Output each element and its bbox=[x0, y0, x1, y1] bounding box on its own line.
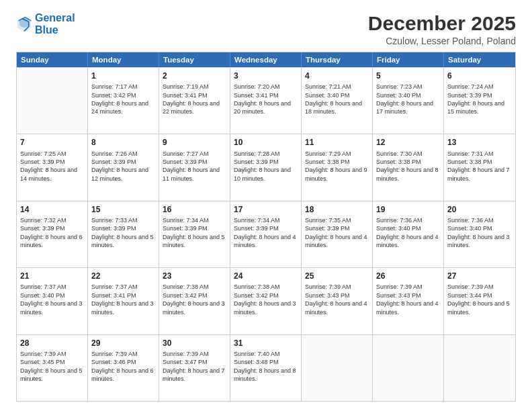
calendar: SundayMondayTuesdayWednesdayThursdayFrid… bbox=[16, 52, 516, 402]
cell-info: Sunrise: 7:19 AM Sunset: 3:41 PM Dayligh… bbox=[163, 83, 226, 116]
day-number: 29 bbox=[91, 338, 155, 349]
week-row-4: 28Sunrise: 7:39 AM Sunset: 3:45 PM Dayli… bbox=[17, 334, 515, 401]
cell-info: Sunrise: 7:38 AM Sunset: 3:42 PM Dayligh… bbox=[163, 283, 226, 316]
week-row-2: 14Sunrise: 7:32 AM Sunset: 3:39 PM Dayli… bbox=[17, 201, 515, 267]
cell-info: Sunrise: 7:39 AM Sunset: 3:43 PM Dayligh… bbox=[376, 283, 440, 316]
cal-cell: 10Sunrise: 7:28 AM Sunset: 3:39 PM Dayli… bbox=[230, 134, 302, 200]
header-cell-tuesday: Tuesday bbox=[159, 52, 230, 67]
cal-cell: 17Sunrise: 7:34 AM Sunset: 3:39 PM Dayli… bbox=[230, 201, 302, 267]
cal-cell: 4Sunrise: 7:21 AM Sunset: 3:40 PM Daylig… bbox=[302, 68, 373, 134]
page: General Blue December 2025 Czulow, Lesse… bbox=[0, 0, 532, 411]
day-number: 14 bbox=[20, 204, 84, 215]
cell-info: Sunrise: 7:30 AM Sunset: 3:38 PM Dayligh… bbox=[376, 150, 440, 183]
week-row-0: 1Sunrise: 7:17 AM Sunset: 3:42 PM Daylig… bbox=[17, 67, 515, 134]
cal-cell: 13Sunrise: 7:31 AM Sunset: 3:38 PM Dayli… bbox=[444, 134, 515, 200]
day-number: 23 bbox=[163, 271, 226, 281]
cal-cell: 27Sunrise: 7:39 AM Sunset: 3:44 PM Dayli… bbox=[444, 268, 515, 334]
day-number: 13 bbox=[447, 137, 512, 148]
cal-cell: 22Sunrise: 7:37 AM Sunset: 3:41 PM Dayli… bbox=[88, 268, 159, 334]
cal-cell: 14Sunrise: 7:32 AM Sunset: 3:39 PM Dayli… bbox=[17, 201, 88, 267]
week-row-1: 7Sunrise: 7:25 AM Sunset: 3:39 PM Daylig… bbox=[17, 134, 515, 200]
cell-info: Sunrise: 7:25 AM Sunset: 3:39 PM Dayligh… bbox=[20, 150, 84, 183]
cal-cell bbox=[373, 335, 444, 401]
cell-info: Sunrise: 7:32 AM Sunset: 3:39 PM Dayligh… bbox=[20, 216, 84, 250]
day-number: 26 bbox=[376, 271, 440, 281]
day-number: 12 bbox=[376, 137, 440, 148]
cell-info: Sunrise: 7:40 AM Sunset: 3:48 PM Dayligh… bbox=[234, 350, 298, 383]
cell-info: Sunrise: 7:34 AM Sunset: 3:39 PM Dayligh… bbox=[234, 216, 298, 250]
cal-cell: 25Sunrise: 7:39 AM Sunset: 3:43 PM Dayli… bbox=[302, 268, 373, 334]
day-number: 8 bbox=[91, 137, 155, 148]
cell-info: Sunrise: 7:39 AM Sunset: 3:45 PM Dayligh… bbox=[20, 350, 84, 383]
cal-cell: 3Sunrise: 7:20 AM Sunset: 3:41 PM Daylig… bbox=[230, 68, 302, 134]
cell-info: Sunrise: 7:20 AM Sunset: 3:41 PM Dayligh… bbox=[234, 83, 298, 116]
day-number: 9 bbox=[163, 137, 226, 148]
day-number: 18 bbox=[305, 204, 369, 215]
calendar-body: 1Sunrise: 7:17 AM Sunset: 3:42 PM Daylig… bbox=[17, 67, 515, 401]
day-number: 24 bbox=[234, 271, 298, 281]
day-number: 3 bbox=[234, 71, 298, 81]
day-number: 27 bbox=[447, 271, 512, 281]
day-number: 31 bbox=[234, 338, 298, 349]
cal-cell: 15Sunrise: 7:33 AM Sunset: 3:39 PM Dayli… bbox=[88, 201, 159, 267]
cal-cell: 29Sunrise: 7:39 AM Sunset: 3:46 PM Dayli… bbox=[88, 335, 159, 401]
header-cell-monday: Monday bbox=[88, 52, 159, 67]
cell-info: Sunrise: 7:37 AM Sunset: 3:40 PM Dayligh… bbox=[20, 283, 84, 316]
cell-info: Sunrise: 7:36 AM Sunset: 3:40 PM Dayligh… bbox=[376, 216, 440, 250]
day-number: 28 bbox=[20, 338, 84, 349]
cell-info: Sunrise: 7:27 AM Sunset: 3:39 PM Dayligh… bbox=[163, 150, 226, 183]
cal-cell: 6Sunrise: 7:24 AM Sunset: 3:39 PM Daylig… bbox=[444, 68, 515, 134]
cal-cell: 26Sunrise: 7:39 AM Sunset: 3:43 PM Dayli… bbox=[373, 268, 444, 334]
cell-info: Sunrise: 7:34 AM Sunset: 3:39 PM Dayligh… bbox=[163, 216, 226, 250]
cal-cell: 28Sunrise: 7:39 AM Sunset: 3:45 PM Dayli… bbox=[17, 335, 88, 401]
cal-cell: 23Sunrise: 7:38 AM Sunset: 3:42 PM Dayli… bbox=[159, 268, 230, 334]
cell-info: Sunrise: 7:29 AM Sunset: 3:38 PM Dayligh… bbox=[305, 150, 369, 183]
day-number: 6 bbox=[447, 71, 512, 81]
cal-cell: 9Sunrise: 7:27 AM Sunset: 3:39 PM Daylig… bbox=[159, 134, 230, 200]
cell-info: Sunrise: 7:35 AM Sunset: 3:39 PM Dayligh… bbox=[305, 216, 369, 250]
day-number: 5 bbox=[376, 71, 440, 81]
cell-info: Sunrise: 7:38 AM Sunset: 3:42 PM Dayligh… bbox=[234, 283, 298, 316]
cell-info: Sunrise: 7:21 AM Sunset: 3:40 PM Dayligh… bbox=[305, 83, 369, 116]
cal-cell: 19Sunrise: 7:36 AM Sunset: 3:40 PM Dayli… bbox=[373, 201, 444, 267]
cal-cell: 11Sunrise: 7:29 AM Sunset: 3:38 PM Dayli… bbox=[302, 134, 373, 200]
week-row-3: 21Sunrise: 7:37 AM Sunset: 3:40 PM Dayli… bbox=[17, 267, 515, 334]
header-cell-saturday: Saturday bbox=[444, 52, 515, 67]
cal-cell: 30Sunrise: 7:39 AM Sunset: 3:47 PM Dayli… bbox=[159, 335, 230, 401]
cell-info: Sunrise: 7:26 AM Sunset: 3:39 PM Dayligh… bbox=[91, 150, 155, 183]
cell-info: Sunrise: 7:23 AM Sunset: 3:40 PM Dayligh… bbox=[376, 83, 440, 116]
main-title: December 2025 bbox=[368, 12, 516, 34]
cal-cell: 7Sunrise: 7:25 AM Sunset: 3:39 PM Daylig… bbox=[17, 134, 88, 200]
cal-cell: 12Sunrise: 7:30 AM Sunset: 3:38 PM Dayli… bbox=[373, 134, 444, 200]
cell-info: Sunrise: 7:28 AM Sunset: 3:39 PM Dayligh… bbox=[234, 150, 298, 183]
day-number: 16 bbox=[163, 204, 226, 215]
cal-cell: 2Sunrise: 7:19 AM Sunset: 3:41 PM Daylig… bbox=[159, 68, 230, 134]
day-number: 2 bbox=[163, 71, 226, 81]
cell-info: Sunrise: 7:39 AM Sunset: 3:44 PM Dayligh… bbox=[447, 283, 512, 316]
cal-cell: 24Sunrise: 7:38 AM Sunset: 3:42 PM Dayli… bbox=[230, 268, 302, 334]
cal-cell: 16Sunrise: 7:34 AM Sunset: 3:39 PM Dayli… bbox=[159, 201, 230, 267]
header-cell-friday: Friday bbox=[373, 52, 444, 67]
header-cell-sunday: Sunday bbox=[17, 52, 88, 67]
cell-info: Sunrise: 7:39 AM Sunset: 3:47 PM Dayligh… bbox=[163, 350, 226, 383]
cal-cell: 31Sunrise: 7:40 AM Sunset: 3:48 PM Dayli… bbox=[230, 335, 302, 401]
day-number: 11 bbox=[305, 137, 369, 148]
cell-info: Sunrise: 7:37 AM Sunset: 3:41 PM Dayligh… bbox=[91, 283, 155, 316]
logo-text: General Blue bbox=[35, 12, 75, 36]
cal-cell bbox=[17, 68, 88, 134]
header-cell-wednesday: Wednesday bbox=[230, 52, 302, 67]
day-number: 17 bbox=[234, 204, 298, 215]
cell-info: Sunrise: 7:36 AM Sunset: 3:40 PM Dayligh… bbox=[447, 216, 512, 250]
logo: General Blue bbox=[16, 12, 75, 36]
day-number: 19 bbox=[376, 204, 440, 215]
cal-cell: 21Sunrise: 7:37 AM Sunset: 3:40 PM Dayli… bbox=[17, 268, 88, 334]
header: General Blue December 2025 Czulow, Lesse… bbox=[16, 12, 516, 46]
cal-cell: 18Sunrise: 7:35 AM Sunset: 3:39 PM Dayli… bbox=[302, 201, 373, 267]
cal-cell: 5Sunrise: 7:23 AM Sunset: 3:40 PM Daylig… bbox=[373, 68, 444, 134]
day-number: 25 bbox=[305, 271, 369, 281]
cell-info: Sunrise: 7:24 AM Sunset: 3:39 PM Dayligh… bbox=[447, 83, 512, 116]
day-number: 10 bbox=[234, 137, 298, 148]
title-block: December 2025 Czulow, Lesser Poland, Pol… bbox=[368, 12, 516, 46]
day-number: 21 bbox=[20, 271, 84, 281]
cell-info: Sunrise: 7:31 AM Sunset: 3:38 PM Dayligh… bbox=[447, 150, 512, 183]
